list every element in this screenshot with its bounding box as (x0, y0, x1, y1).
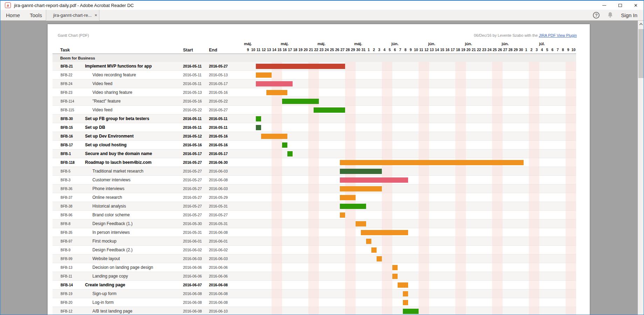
task-name: Sign-up form (92, 289, 117, 298)
task-key: BFB-16 (61, 132, 73, 141)
day-label: 9 (408, 48, 413, 52)
weekend-stripe (529, 62, 539, 315)
task-key: BFB-38 (61, 202, 72, 211)
task-key: BFB-3 (61, 176, 70, 184)
day-label: 2 (371, 48, 377, 52)
gantt-bar (340, 195, 356, 200)
help-icon[interactable]: ? (593, 12, 600, 19)
gantt-bar (314, 107, 345, 113)
day-label: 22 (314, 48, 319, 52)
notifications-bell-icon[interactable] (607, 12, 613, 19)
task-name: Historical analysis (92, 202, 126, 211)
task-start-date: 2016-05-12 (183, 132, 202, 141)
gantt-bar (266, 90, 287, 95)
day-label: 1 (524, 48, 529, 52)
task-end-date: 2016-05-16 (209, 132, 228, 141)
column-header-task: Task (60, 48, 70, 52)
month-label: máj. (277, 42, 293, 46)
day-label: 14 (272, 48, 277, 52)
day-label: 10 (571, 48, 576, 52)
day-label: 3 (377, 48, 382, 52)
task-end-date: 2016-05-22 (209, 97, 228, 106)
task-name: Implement MVP functions for app (85, 62, 152, 71)
gantt-bar (287, 151, 293, 156)
acrobat-window: a jira-gannt-chart-report-daily.pdf - Ad… (0, 0, 644, 315)
day-label: 7 (398, 48, 403, 52)
month-label: máj. (240, 42, 256, 46)
task-end-date: 2016-06-03 (209, 254, 228, 263)
task-end-date: 2016-05-31 (209, 202, 228, 211)
day-label: 15 (277, 48, 282, 52)
maximize-icon (618, 4, 622, 7)
gantt-bar (340, 186, 382, 191)
month-label: máj. (314, 42, 329, 46)
sign-in-button[interactable]: Sign In (621, 12, 637, 18)
day-label: 6 (550, 48, 555, 52)
task-end-date: 2016-06-30 (209, 158, 228, 167)
day-label: 17 (450, 48, 455, 52)
weekend-stripe (455, 62, 466, 315)
gantt-bar (361, 230, 408, 235)
task-start-date: 2016-06-06 (183, 272, 202, 281)
task-end-date: 2016-05-13 (209, 71, 228, 79)
task-key: BFB-36 (61, 184, 72, 193)
task-end-date: 2016-06-10 (209, 307, 228, 315)
task-name: Phone interviews (92, 184, 124, 193)
task-end-date: 2016-06-01 (209, 237, 228, 246)
day-label: 21 (308, 48, 314, 52)
day-label: 26 (335, 48, 340, 52)
scroll-up-icon[interactable] (639, 23, 643, 27)
task-key: BFB-15 (61, 123, 73, 132)
task-name: In person interviews (92, 228, 130, 237)
tab-home[interactable]: Home (0, 10, 25, 20)
task-name: Online research (92, 193, 122, 202)
acrobat-pdf-icon: a (5, 2, 11, 8)
day-label: 19 (298, 48, 303, 52)
gantt-bar (403, 291, 408, 296)
task-end-date: 2016-05-31 (209, 219, 228, 228)
task-end-date: 2016-05-11 (209, 123, 227, 132)
task-start-date: 2016-05-31 (183, 228, 202, 237)
maximize-button[interactable] (612, 1, 628, 10)
task-key: BFB-23 (61, 88, 72, 97)
gantt-bar (282, 142, 287, 148)
vertical-scrollbar[interactable] (638, 21, 644, 315)
close-button[interactable]: ✕ (628, 1, 644, 10)
task-name: Secure and buy the domain name (85, 149, 152, 158)
task-key: BFB-22 (61, 71, 72, 79)
day-label: 30 (356, 48, 361, 52)
jira-pdf-plugin-link[interactable]: JIRA PDF View Plugin (539, 33, 577, 37)
task-name: Roadmap to lauch beem4biz.com (85, 158, 152, 167)
gantt-bar (256, 125, 261, 130)
tab-close-icon[interactable]: ✕ (94, 13, 97, 17)
day-label: 28 (345, 48, 350, 52)
task-end-date: 2016-05-16 (209, 141, 228, 149)
task-key: BFB-17 (61, 141, 73, 149)
document-tab[interactable]: jira-gannt-chart-re... ✕ (46, 10, 99, 21)
task-key: BFB-8 (61, 219, 70, 228)
task-start-date: 2016-06-02 (183, 246, 202, 254)
day-label: 18 (455, 48, 461, 52)
minimize-button[interactable] (596, 1, 612, 10)
task-end-date: 2016-06-02 (209, 246, 228, 254)
window-controls: ✕ (596, 1, 644, 10)
task-name: Website layout (92, 254, 120, 263)
gantt-bar (403, 309, 419, 314)
day-label: 13 (266, 48, 272, 52)
gantt-bar (340, 212, 345, 218)
day-label: 9 (245, 48, 251, 52)
tab-tools[interactable]: Tools (25, 10, 47, 20)
gantt-bar (340, 177, 408, 183)
task-name: Brand color scheme (92, 211, 130, 219)
task-key: BFB-12 (61, 307, 72, 315)
gantt-bar (340, 160, 524, 165)
gantt-bar (392, 265, 398, 270)
task-start-date: 2016-06-03 (183, 254, 202, 263)
task-key: BFB-99 (61, 254, 72, 263)
task-start-date: 2016-06-01 (183, 237, 202, 246)
main-toolbar: Home Tools jira-gannt-chart-re... ✕ ? Si… (0, 10, 644, 21)
scrollbar-thumb[interactable] (638, 29, 644, 78)
day-label: 11 (256, 48, 261, 52)
day-label: 5 (545, 48, 550, 52)
task-name: First mockup (92, 237, 117, 246)
